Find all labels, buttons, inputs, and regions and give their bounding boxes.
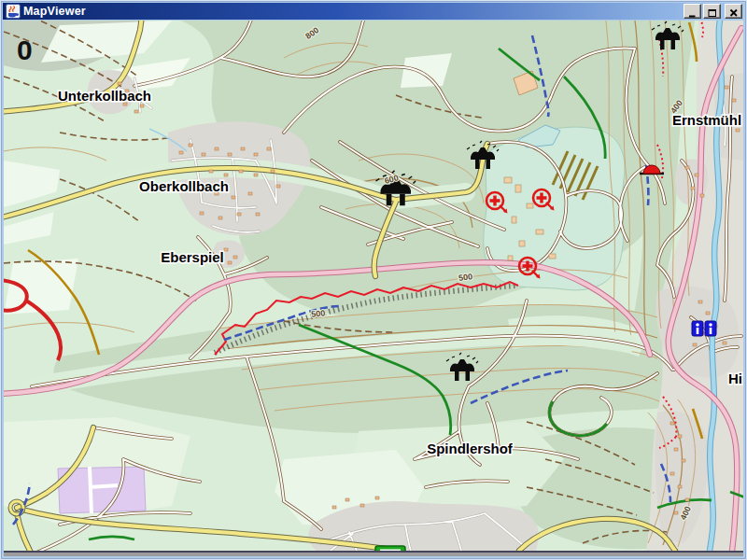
maximize-button[interactable]	[703, 4, 721, 19]
close-icon	[729, 8, 739, 18]
place-label-ernstmuehl: Ernstmühl	[672, 112, 741, 128]
map-viewport: 0 Unterkollbach Oberkollbach Eberspiel E…	[4, 21, 743, 551]
minimize-button[interactable]	[684, 4, 701, 19]
minimize-icon	[688, 9, 697, 18]
maximize-icon	[708, 8, 717, 18]
contour-label-500: 500	[458, 272, 472, 283]
counter-label: 0	[17, 35, 33, 65]
place-label-hirsau-partial: Hir	[728, 371, 743, 386]
place-label-spindlershof: Spindlershof	[427, 441, 514, 456]
contour-label-500: 500	[311, 308, 326, 318]
java-coffee-cup-icon	[6, 4, 21, 19]
place-label-eberspiel: Eberspiel	[161, 249, 224, 265]
mapviewer-window: MapViewer	[0, 0, 747, 560]
close-button[interactable]	[725, 4, 742, 19]
window-bottom-strip	[4, 551, 743, 556]
place-label-oberkollbach: Oberkollbach	[139, 178, 229, 194]
map-canvas[interactable]: 0 Unterkollbach Oberkollbach Eberspiel E…	[4, 21, 743, 551]
window-title: MapViewer	[23, 5, 682, 18]
title-bar[interactable]: MapViewer	[3, 3, 744, 20]
place-label-unterkollbach: Unterkollbach	[58, 88, 151, 104]
